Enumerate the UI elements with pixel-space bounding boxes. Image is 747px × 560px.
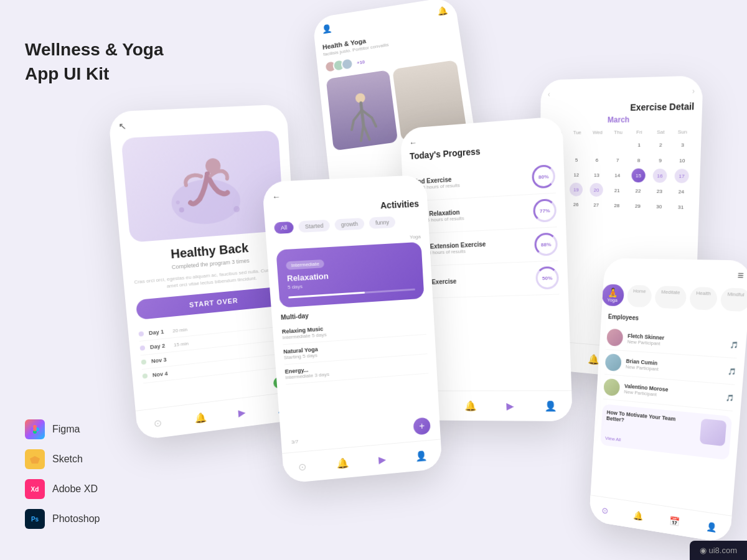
progress-item-back-ext[interactable]: Back Extension Exercise Total 18 hours o… [413,227,558,266]
cal-day-9[interactable]: 9 [653,153,667,167]
cal-day-8[interactable]: 8 [632,153,646,167]
cal-empty [570,138,583,152]
cal-day-2[interactable]: 2 [654,138,668,152]
tool-adobe-xd[interactable]: Xd Adobe XD [25,479,100,499]
user-icon-5[interactable]: 👤 [321,24,332,34]
tab-all[interactable]: All [274,222,294,234]
user-icon-2[interactable]: 👤 [415,450,427,462]
multi-day-section: Multi-day Relaxing Music Intermediate 5 … [281,304,429,385]
cal-day-31[interactable]: 31 [674,200,688,214]
cal-day-13[interactable]: 13 [590,168,604,182]
participant-count: +10 [357,59,365,65]
pill-mindful[interactable]: Mindful [720,287,747,312]
pill-meditate[interactable]: Meditate [654,286,687,309]
home-nav6-icon[interactable]: ⊙ [601,505,609,516]
prev-arrow-icon[interactable]: ‹ [548,90,550,99]
cal-day-1[interactable]: 1 [632,138,646,152]
calendar-month: March [547,114,693,125]
employee-emoji-2: 🎵 [728,367,736,375]
hamburger-icon[interactable]: ≡ [737,269,744,281]
tool-photoshop[interactable]: Ps Photoshop [25,509,100,529]
fraction-badge: 3/7 [291,439,299,445]
figma-label: Figma [52,424,80,435]
cal-day-27[interactable]: 27 [590,198,603,212]
cal-day-29[interactable]: 29 [631,198,644,213]
sketch-icon [25,449,45,469]
progress-bar [288,289,415,299]
cal-day-26[interactable]: 26 [570,197,583,211]
cal-day-12[interactable]: 12 [570,168,583,182]
activities-header: Activities [273,198,419,216]
day-dot [143,373,148,379]
play-nav-icon[interactable]: ▶ [238,407,246,419]
tab-started[interactable]: Started [298,220,330,233]
home-icon-2[interactable]: ⊙ [298,461,307,474]
tool-figma[interactable]: Figma [25,419,100,439]
progress-circle-back-ext: 88% [534,232,558,256]
tool-sketch[interactable]: Sketch [25,449,100,469]
user-nav6-icon[interactable]: 👤 [706,521,717,533]
bell-nav-icon[interactable]: 🔔 [194,411,207,424]
cal-day-15[interactable]: 15 [631,169,646,183]
svg-point-4 [33,427,37,431]
progress-circle-back: 50% [535,266,559,290]
pill-yoga[interactable]: 🧘 Yoga [601,284,624,306]
bell-icon-3[interactable]: 🔔 [464,400,477,411]
calendar-nav6-icon[interactable]: 📅 [669,516,679,527]
pill-home[interactable]: Home [626,285,652,308]
cal-empty [611,138,625,152]
cal-day-7[interactable]: 7 [611,153,624,167]
add-button[interactable]: + [413,417,430,435]
home-nav-icon[interactable]: ⊙ [153,417,162,429]
sketch-label: Sketch [52,454,83,465]
cal-day-6[interactable]: 6 [590,153,604,167]
tab-funny[interactable]: funny [369,216,396,228]
progress-item-back[interactable]: Back Exercise 50% [415,261,560,299]
app-title: Wellness & Yoga App UI Kit [25,37,164,86]
employee-avatar-3 [603,378,620,396]
day-dot [140,345,146,351]
cal-day-24[interactable]: 24 [674,184,689,198]
activity-card-relaxation[interactable]: Intermediate Relaxation 5 days [276,242,424,308]
cal-day-30[interactable]: 30 [652,199,666,213]
phone-employees: ≡ 🧘 Yoga Home Meditate Health Mindful Em… [589,258,747,544]
back-arrow-icon[interactable]: ↖ [118,121,127,132]
next-arrow-icon[interactable]: › [692,86,695,96]
adobe-xd-label: Adobe XD [52,483,98,495]
chart-icon-3[interactable]: ▶ [506,400,514,412]
day-dot [138,332,144,337]
figma-icon [25,419,45,439]
cal-day-14[interactable]: 14 [611,168,624,182]
cal-day-19[interactable]: 19 [570,182,583,196]
photoshop-label: Photoshop [52,513,100,525]
activity-icon-2[interactable]: ▶ [378,454,386,465]
watermark-icon: ◉ [700,546,709,555]
employee-avatar-1 [606,329,623,347]
calendar-header: Exercise Detail [548,101,695,113]
cal-day-10[interactable]: 10 [675,153,690,167]
bell-nav6-icon[interactable]: 🔔 [633,510,644,521]
card-tag: Intermediate [286,259,324,270]
cal-day-20[interactable]: 20 [590,183,603,197]
bell-icon-5[interactable]: 🔔 [436,6,448,16]
watermark-text: ui8.com [708,546,737,555]
cal-day-28[interactable]: 28 [610,198,624,213]
day-dot [141,360,147,365]
progress-circle-body: 77% [533,198,557,223]
bottom-nav-6: ⊙ 🔔 📅 👤 [589,495,732,543]
tab-growth[interactable]: growth [334,218,365,231]
motivate-image [700,419,727,447]
cal-day-3[interactable]: 3 [675,138,690,152]
bell-icon-2[interactable]: 🔔 [336,457,349,469]
cal-day-16[interactable]: 16 [653,169,667,183]
pill-health[interactable]: Health [688,287,717,310]
cal-day-17[interactable]: 17 [674,169,689,183]
hamburger-area: ≡ [611,267,744,282]
cal-day-21[interactable]: 21 [610,184,624,198]
employee-avatar-2 [605,353,622,371]
cal-day-22[interactable]: 22 [631,184,646,198]
cal-day-5[interactable]: 5 [570,153,583,167]
user-icon-3[interactable]: 👤 [544,400,557,412]
motivate-card[interactable]: How To Motivate Your Team Better? View A… [600,404,732,460]
cal-day-23[interactable]: 23 [652,184,667,198]
